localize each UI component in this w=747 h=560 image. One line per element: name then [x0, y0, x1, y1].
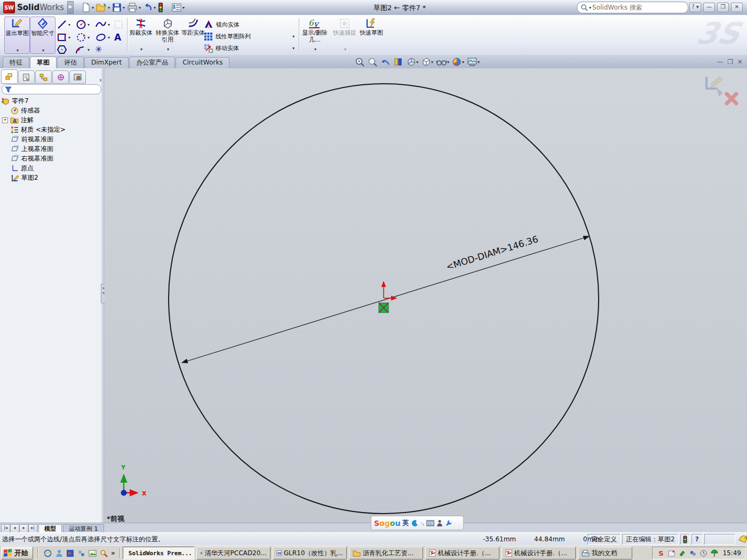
tree-root-part[interactable]: 零件7: [1, 96, 100, 106]
tab-features[interactable]: 特征: [3, 57, 29, 69]
section-view-icon[interactable]: [393, 57, 403, 67]
taskbar-item-solidworks[interactable]: SW SolidWorks Prem...: [123, 547, 194, 559]
zoom-to-fit-icon[interactable]: [355, 57, 365, 67]
dropdown-arrow-icon[interactable]: ▾: [108, 22, 110, 27]
menu-expand-arrow-icon[interactable]: ▶: [67, 1, 74, 14]
dropdown-arrow-icon[interactable]: ▾: [123, 5, 125, 10]
linear-sketch-pattern-button[interactable]: 线性草图阵列 ▾: [204, 31, 295, 42]
taskbar-item-pdf-2[interactable]: 机械设计手册.（...: [502, 547, 576, 559]
tree-item-front-plane[interactable]: 前视基准面: [1, 134, 100, 144]
dropdown-arrow-icon[interactable]: ▾: [42, 48, 44, 53]
polygon-tool-button[interactable]: [57, 44, 67, 55]
new-document-button[interactable]: ▾: [80, 2, 95, 13]
feature-manager-tab[interactable]: [1, 69, 18, 84]
start-button[interactable]: 开始: [1, 547, 33, 559]
dropdown-arrow-icon[interactable]: ▾: [167, 47, 169, 52]
tree-item-sensors[interactable]: 传感器: [1, 106, 100, 115]
expand-plus-icon[interactable]: +: [2, 117, 8, 123]
tree-item-annotations[interactable]: + A 注解: [1, 115, 100, 125]
offset-entities-button[interactable]: 等距实体: [180, 18, 206, 52]
dropdown-arrow-icon[interactable]: ▾: [182, 5, 185, 10]
taskbar-item-pdf-1[interactable]: 机械设计手册.（...: [425, 547, 499, 559]
dropdown-arrow-icon[interactable]: ▾: [92, 5, 94, 10]
dropdown-arrow-icon[interactable]: ▾: [68, 35, 70, 40]
tray-notes-icon[interactable]: [667, 549, 676, 557]
dropdown-arrow-icon[interactable]: ▾: [292, 46, 295, 51]
display-style-button[interactable]: ▾: [421, 57, 433, 67]
search-tool-icon[interactable]: [100, 549, 108, 557]
dropdown-arrow-icon[interactable]: ▾: [314, 47, 316, 52]
help-button[interactable]: ? ▾: [689, 3, 701, 12]
close-button[interactable]: ✕: [731, 3, 743, 12]
ellipse-tool-button[interactable]: ▾: [95, 32, 110, 43]
spline-tool-button[interactable]: ▾: [95, 19, 110, 30]
previous-view-icon[interactable]: [380, 57, 391, 67]
tab-evaluate[interactable]: 评估: [57, 57, 84, 69]
ie-browser-icon[interactable]: [44, 549, 52, 557]
network-places-icon[interactable]: [77, 549, 85, 557]
move-entities-button[interactable]: 移动实体 ▾: [204, 43, 295, 53]
sketch-circle[interactable]: [169, 84, 599, 514]
ime-keyboard-icon[interactable]: [426, 520, 434, 526]
view-orientation-button[interactable]: ▾: [406, 57, 418, 67]
undo-button[interactable]: ▾: [142, 2, 157, 13]
graphics-viewport[interactable]: <MOD-DIAM>146.36 Y X *前视: [105, 68, 747, 523]
display-manager-tab[interactable]: [69, 70, 86, 84]
dropdown-arrow-icon[interactable]: ▾: [108, 5, 110, 10]
line-tool-button[interactable]: ▾: [57, 19, 70, 30]
hide-show-items-button[interactable]: ▾: [436, 57, 449, 67]
sketch-text-tool-button[interactable]: A: [114, 32, 121, 43]
motion-study-tab[interactable]: 运动算例 1: [63, 524, 104, 533]
tree-item-material[interactable]: 材质 <未指定>: [1, 125, 100, 134]
cancel-sketch-icon[interactable]: [727, 94, 736, 103]
selected-center-point[interactable]: [379, 303, 388, 313]
media-app-icon[interactable]: [66, 549, 74, 557]
tree-filter-box[interactable]: [2, 84, 101, 94]
clock-time[interactable]: 15:49: [722, 549, 741, 557]
tree-item-top-plane[interactable]: 上视基准面: [1, 144, 100, 154]
taskbar-item-my-documents[interactable]: 我的文档: [578, 547, 632, 559]
mirror-entities-button[interactable]: 镜向实体: [204, 19, 240, 30]
fillet-tool-button[interactable]: ▾: [75, 44, 90, 55]
open-document-button[interactable]: ▾: [95, 2, 111, 13]
dropdown-arrow-icon[interactable]: ▾: [88, 35, 90, 40]
dropdown-arrow-icon[interactable]: ▾: [88, 47, 90, 52]
tree-item-sketch2[interactable]: 草图2: [1, 173, 100, 182]
ime-fullwidth-moon-icon[interactable]: [411, 519, 418, 527]
smart-dimension-button[interactable]: 智能尺寸 ▾: [30, 17, 55, 54]
dropdown-arrow-icon[interactable]: ▾: [88, 22, 90, 27]
circle-tool-button[interactable]: ▾: [76, 19, 90, 30]
print-button[interactable]: ▾: [126, 2, 142, 13]
tab-office-products[interactable]: 办公室产品: [129, 57, 175, 69]
doc-minimize-button[interactable]: —: [717, 58, 723, 66]
dropdown-arrow-icon[interactable]: ▾: [139, 5, 141, 10]
rapid-sketch-button[interactable]: 快速草图: [359, 18, 384, 52]
taskbar-item-word-doc[interactable]: W GLR10（改性）乳...: [273, 547, 347, 559]
options-button[interactable]: ▾: [171, 2, 186, 13]
restore-button[interactable]: ❐: [717, 3, 729, 12]
rebuild-button[interactable]: [157, 2, 164, 13]
zoom-to-area-icon[interactable]: [368, 57, 378, 67]
tab-scroll-first-button[interactable]: |◂: [1, 524, 10, 533]
picture-manager-icon[interactable]: [89, 549, 97, 557]
taskbar-item-folder[interactable]: 沥青乳化工艺资...: [349, 547, 423, 559]
taskbar-item-pccad[interactable]: 清华天河PCCAD20...: [196, 547, 271, 559]
arc-tool-button[interactable]: ▾: [76, 32, 90, 43]
ime-settings-wrench-icon[interactable]: [445, 519, 452, 527]
dropdown-arrow-icon[interactable]: ▾: [154, 5, 156, 10]
doc-restore-button[interactable]: ❐: [727, 58, 733, 66]
convert-entities-button[interactable]: 转换实体引用 ▾: [155, 18, 180, 52]
tab-dimxpert[interactable]: DimXpert: [84, 57, 129, 69]
edit-appearance-button[interactable]: ▾: [452, 57, 464, 67]
configuration-manager-tab[interactable]: [35, 70, 52, 84]
sketch-canvas[interactable]: <MOD-DIAM>146.36 Y X: [105, 68, 747, 523]
ime-skin-icon[interactable]: [436, 519, 443, 527]
tray-green-app-icon[interactable]: [678, 549, 686, 557]
point-tool-button[interactable]: ✳: [95, 44, 102, 54]
dropdown-arrow-icon[interactable]: ▾: [292, 34, 295, 39]
dimxpert-manager-tab[interactable]: [52, 70, 69, 84]
model-tab[interactable]: 模型: [38, 524, 62, 533]
apply-scene-button[interactable]: ▾: [467, 57, 480, 67]
ime-language-toggle[interactable]: 英: [402, 518, 409, 527]
diameter-dimension-line[interactable]: [182, 236, 589, 363]
